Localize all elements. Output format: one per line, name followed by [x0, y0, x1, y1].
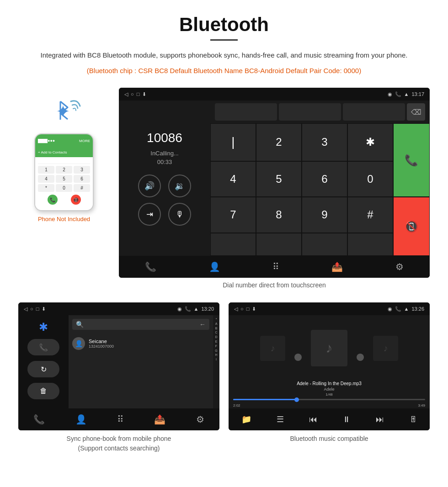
pk-key-star: * [38, 184, 54, 192]
key-empty4 [347, 233, 393, 256]
add-contacts-label: + Add to Contacts [38, 150, 67, 154]
music-play-pause-icon[interactable]: ⏸ [342, 415, 351, 424]
volume-up-icon: 🔊 [144, 181, 155, 191]
pb-refresh-btn[interactable]: ↻ [27, 361, 59, 377]
pb-back-arrow[interactable]: ← [199, 321, 206, 328]
music-next-icon[interactable]: ⏭ [376, 415, 384, 424]
music-note-icon-small-left: ♪ [271, 343, 275, 354]
nav-settings-icon[interactable]: ⚙ [395, 261, 404, 272]
music-artist-name: Adele [233, 387, 425, 392]
key-0[interactable]: 0 [347, 161, 393, 197]
pb-nav-phone[interactable]: 📞 [33, 414, 45, 425]
pb-call-btn[interactable]: 📞 [27, 339, 59, 355]
key-6[interactable]: 6 [302, 161, 347, 197]
pb-home-icon: ○ [30, 306, 33, 312]
pb-alpha-h[interactable]: H [215, 353, 217, 357]
pb-nav-message[interactable]: 📤 [154, 414, 165, 425]
pb-alpha-g[interactable]: G [215, 349, 217, 353]
pb-contact-item-1[interactable]: 👤 Seicane 13241007000 [72, 334, 209, 353]
key-2[interactable]: 2 [256, 123, 302, 161]
pk-key-0: 0 [56, 184, 72, 192]
music-body: ♪ ♪ ♪ Adele - Rolling In the Deep.m [229, 315, 430, 408]
pb-nav-keypad[interactable]: ⠿ [117, 414, 124, 425]
pb-nav-settings[interactable]: ⚙ [196, 414, 204, 425]
recent-nav-icon: □ [137, 91, 140, 97]
switch-button[interactable]: ⇥ [138, 203, 161, 226]
phone-not-included-label: Phone Not Included [38, 216, 90, 222]
key-hash[interactable]: # [347, 197, 393, 233]
pb-body: ✱ 📞 ↻ 🗑 [18, 315, 219, 408]
phone-signal-icon: 📞 [395, 91, 401, 97]
music-list-icon[interactable]: ☰ [277, 414, 284, 424]
dial-left-panel: 10086 InCalling... 00:33 🔊 🔉 [119, 101, 210, 256]
music-progress-section [229, 399, 430, 402]
nav-keypad-icon[interactable]: ⠿ [272, 261, 279, 272]
dial-controls: 🔊 🔉 ⇥ 🎙 [138, 175, 191, 226]
call-green-button[interactable]: 📞 [393, 123, 430, 197]
key-5[interactable]: 5 [256, 161, 302, 197]
music-home-icon: ○ [240, 306, 244, 312]
key-star[interactable]: ✱ [347, 123, 393, 161]
phone-end-button[interactable]: 📵 [71, 195, 81, 205]
pb-contact-name: Seicane [89, 339, 209, 344]
pb-status-left: ◁ ○ □ ⬇ [24, 306, 46, 312]
pb-alpha-c[interactable]: C [215, 330, 217, 335]
pb-alpha-b[interactable]: B [215, 326, 218, 331]
volume-down-button[interactable]: 🔉 [168, 175, 191, 197]
key-9[interactable]: 9 [302, 197, 347, 233]
key-4[interactable]: 4 [210, 161, 256, 197]
pb-alpha-a[interactable]: A [215, 322, 218, 326]
music-prev-icon[interactable]: ⏮ [309, 415, 317, 424]
music-screen[interactable]: ◁ ○ □ ⬇ ◉ 📞 ▲ 13:26 [229, 302, 430, 430]
mute-button[interactable]: 🎙 [168, 203, 191, 226]
phonebook-screen[interactable]: ◁ ○ □ ⬇ ◉ 📞 ▲ 13:20 [18, 302, 219, 430]
backspace-button[interactable]: ⌫ [407, 103, 425, 121]
pb-status-bar: ◁ ○ □ ⬇ ◉ 📞 ▲ 13:20 [18, 302, 219, 315]
music-caption: Bluetooth music compatible [229, 434, 430, 444]
music-download-icon: ⬇ [252, 306, 256, 312]
dial-input-box3 [343, 103, 405, 121]
key-8[interactable]: 8 [256, 197, 302, 233]
pb-alpha-d[interactable]: D [215, 335, 217, 339]
pb-alpha-i[interactable]: I [216, 357, 217, 362]
music-folder-icon[interactable]: 📁 [241, 414, 251, 424]
volume-up-button[interactable]: 🔊 [138, 175, 161, 197]
pb-signal-icon: 📞 [185, 306, 191, 312]
bluetooth-icon-area: ✦ [41, 92, 87, 129]
nav-contacts-icon[interactable]: 👤 [209, 261, 220, 272]
pb-nav-contacts[interactable]: 👤 [75, 414, 87, 425]
phone-keypad-grid: 1 2 3 4 5 6 * 0 # [38, 166, 90, 192]
music-progress-bar[interactable] [233, 399, 425, 400]
pb-alpha-e[interactable]: E [215, 339, 218, 344]
nav-phone-icon[interactable]: 📞 [145, 261, 156, 272]
pb-delete-btn[interactable]: 🗑 [27, 383, 59, 399]
call-red-button[interactable]: 📵 [393, 197, 430, 256]
nav-message-icon[interactable]: 📤 [331, 261, 343, 272]
key-empty3 [302, 233, 347, 256]
pb-search-row: 🔍 ← [72, 319, 209, 330]
music-status-left: ◁ ○ □ ⬇ [234, 306, 256, 312]
dial-android-screen[interactable]: ◁ ○ □ ⬇ ◉ 📞 ▲ 13:17 [119, 88, 430, 278]
phone-call-button[interactable]: 📞 [48, 195, 58, 205]
pb-refresh-icon: ↻ [41, 365, 47, 374]
key-3[interactable]: 3 [302, 123, 347, 161]
dial-input-row: ⌫ [210, 101, 430, 123]
dial-timer-text: 00:33 [157, 159, 172, 165]
music-location-icon: ◉ [388, 306, 392, 312]
music-status-bar: ◁ ○ □ ⬇ ◉ 📞 ▲ 13:26 [229, 302, 430, 315]
pb-bt-symbol: ✱ [39, 321, 48, 333]
dial-status-text: InCalling... [150, 150, 178, 157]
key-7[interactable]: 7 [210, 197, 256, 233]
music-album-small-left: ♪ [260, 336, 285, 361]
pk-key-6: 6 [74, 175, 90, 183]
music-clock: 13:26 [411, 306, 424, 312]
pb-alpha-star[interactable]: * [216, 317, 217, 322]
music-art-row: ♪ ♪ ♪ [229, 315, 430, 381]
pb-caption-line1: Sync phone-book from mobile phone [67, 435, 171, 442]
pk-key-1: 1 [38, 166, 54, 174]
pb-alpha-f[interactable]: F [215, 344, 217, 349]
dial-screen-caption: Dial number direct from touchscreen [119, 281, 430, 289]
phone-keypad: 1 2 3 4 5 6 * 0 # 📞 [35, 157, 93, 210]
music-equalizer-icon[interactable]: 🎚 [409, 415, 417, 424]
key-1[interactable]: | [210, 123, 256, 161]
